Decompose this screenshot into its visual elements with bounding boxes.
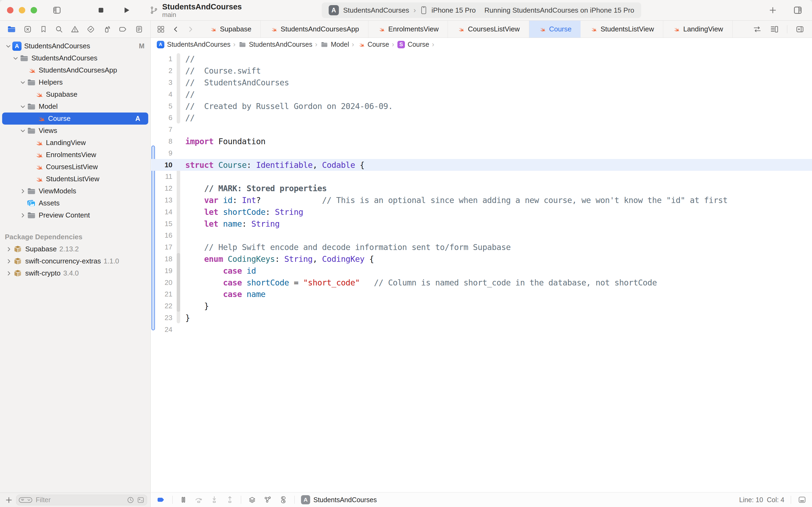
add-button[interactable] — [768, 6, 777, 14]
running-app-indicator[interactable]: A StudentsAndCourses — [301, 495, 377, 504]
toggle-left-sidebar-icon[interactable] — [52, 5, 62, 15]
disclosure-chevron-icon[interactable] — [19, 104, 27, 110]
scheme-destination[interactable]: iPhone 15 Pro — [431, 6, 476, 14]
file-tree-row[interactable]: A LandingView — [0, 137, 151, 149]
project-navigator-icon[interactable] — [7, 25, 16, 34]
line-number[interactable]: 16 — [151, 231, 172, 239]
environment-overrides-icon[interactable] — [279, 495, 288, 504]
file-tree-row[interactable]: A Preview Content — [0, 209, 151, 221]
go-forward-icon[interactable] — [187, 25, 194, 33]
line-number[interactable]: 18 — [151, 255, 172, 263]
editor-tab[interactable]: CoursesListView — [448, 21, 529, 38]
file-tree-row[interactable]: A StudentsListView — [0, 173, 151, 185]
breakpoints-navigator-icon[interactable] — [118, 25, 127, 34]
filter-field[interactable] — [16, 495, 147, 505]
source-control-filter-icon[interactable] — [137, 496, 145, 504]
line-number[interactable]: 10 — [151, 161, 172, 169]
disclosure-chevron-icon[interactable] — [4, 270, 13, 276]
step-out-icon[interactable] — [225, 495, 234, 504]
editor-tab[interactable]: StudentsAndCoursesApp — [261, 21, 368, 38]
file-tree-row[interactable]: A Assets — [0, 197, 151, 209]
breakpoints-toggle-icon[interactable] — [156, 495, 166, 505]
line-number[interactable]: 17 — [151, 243, 172, 251]
related-items-icon[interactable] — [157, 25, 165, 34]
file-tree-row[interactable]: A StudentsAndCourses M — [0, 40, 151, 52]
file-tree-row[interactable]: A Views — [0, 125, 151, 137]
line-number[interactable]: 14 — [151, 208, 172, 216]
disclosure-chevron-icon[interactable] — [19, 188, 27, 194]
editor-tab[interactable]: Course — [529, 21, 581, 38]
disclosure-chevron-icon[interactable] — [19, 79, 27, 86]
editor-tab[interactable]: EnrolmentsView — [368, 21, 448, 38]
file-tree-row[interactable]: A CoursesListView — [0, 161, 151, 173]
line-col-indicator[interactable]: Line: 10 Col: 4 — [739, 496, 785, 504]
swap-editors-icon[interactable] — [753, 25, 762, 34]
disclosure-chevron-icon[interactable] — [19, 212, 27, 218]
add-editor-icon[interactable] — [795, 25, 805, 34]
line-number[interactable]: 21 — [151, 290, 172, 298]
memory-graph-icon[interactable] — [263, 495, 272, 504]
disclosure-chevron-icon[interactable] — [4, 43, 12, 49]
step-into-icon[interactable] — [210, 495, 219, 504]
disclosure-chevron-icon[interactable] — [11, 55, 19, 61]
package-row[interactable]: swift-crypto 3.4.0 — [0, 267, 151, 279]
line-number[interactable]: 2 — [151, 67, 172, 75]
source-control-navigator-icon[interactable] — [23, 25, 32, 34]
line-number[interactable]: 23 — [151, 314, 172, 322]
stop-button[interactable] — [97, 6, 105, 14]
step-over-icon[interactable] — [194, 495, 203, 504]
close-window-button[interactable] — [7, 7, 13, 13]
file-tree-row[interactable]: A StudentsAndCoursesApp — [0, 64, 151, 76]
line-number[interactable]: 1 — [151, 55, 172, 63]
file-tree-row[interactable]: A Supabase — [0, 88, 151, 101]
recent-files-icon[interactable] — [126, 496, 134, 504]
bookmarks-navigator-icon[interactable] — [40, 25, 48, 33]
file-tree-row[interactable]: A StudentsAndCourses — [0, 52, 151, 64]
file-tree-row[interactable]: A Course A — [2, 113, 148, 125]
minimize-window-button[interactable] — [19, 7, 25, 13]
reports-navigator-icon[interactable] — [135, 25, 143, 34]
line-number[interactable]: 6 — [151, 114, 172, 122]
line-number[interactable]: 13 — [151, 196, 172, 204]
editor-tab[interactable]: StudentsListView — [581, 21, 663, 38]
line-number[interactable]: 22 — [151, 302, 172, 310]
issues-navigator-icon[interactable] — [71, 25, 79, 34]
view-hierarchy-icon[interactable] — [247, 495, 257, 504]
run-button[interactable] — [122, 6, 131, 15]
line-number[interactable]: 12 — [151, 184, 172, 192]
package-row[interactable]: Supabase 2.13.2 — [0, 243, 151, 255]
scheme-selector[interactable]: A StudentsAndCourses › iPhone 15 Pro Run… — [322, 2, 641, 18]
jump-bar-item[interactable]: A S StudentsAndCourses › — [157, 40, 235, 49]
find-navigator-icon[interactable] — [55, 25, 63, 34]
file-tree-row[interactable]: A ViewModels — [0, 185, 151, 197]
add-file-button[interactable] — [5, 496, 13, 504]
editor-tab[interactable]: LandingView — [663, 21, 732, 38]
file-tree-row[interactable]: A Helpers — [0, 76, 151, 88]
line-number[interactable]: 3 — [151, 78, 172, 87]
line-number[interactable]: 8 — [151, 137, 172, 146]
line-number[interactable]: 5 — [151, 102, 172, 110]
line-number[interactable]: 20 — [151, 278, 172, 287]
disclosure-chevron-icon[interactable] — [4, 246, 13, 252]
zoom-window-button[interactable] — [31, 7, 37, 13]
filter-options-icon[interactable] — [18, 496, 33, 504]
line-number[interactable]: 9 — [151, 149, 172, 157]
file-tree-row[interactable]: A EnrolmentsView — [0, 149, 151, 161]
toggle-debug-area-icon[interactable] — [798, 495, 807, 504]
debug-navigator-icon[interactable] — [103, 25, 111, 34]
line-number[interactable]: 15 — [151, 220, 172, 228]
scheme-project[interactable]: StudentsAndCourses — [343, 6, 409, 14]
line-number[interactable]: 24 — [151, 326, 172, 334]
file-tree-row[interactable]: A Model — [0, 101, 151, 113]
jump-bar-item[interactable]: A S Model › — [321, 40, 354, 49]
jump-bar-item[interactable]: A S StudentsAndCourses › — [239, 40, 317, 49]
line-number[interactable]: 11 — [151, 172, 172, 181]
package-row[interactable]: swift-concurrency-extras 1.1.0 — [0, 255, 151, 267]
jump-bar-item[interactable]: A S Course › — [357, 40, 394, 49]
tests-navigator-icon[interactable] — [86, 25, 95, 34]
disclosure-chevron-icon[interactable] — [19, 128, 27, 134]
minimap-icon[interactable] — [770, 25, 779, 34]
source-editor[interactable]: 1 // 2 // Course.swift 3 // StudentsAndC… — [151, 51, 812, 493]
go-back-icon[interactable] — [172, 25, 180, 33]
filter-input[interactable] — [35, 496, 124, 504]
